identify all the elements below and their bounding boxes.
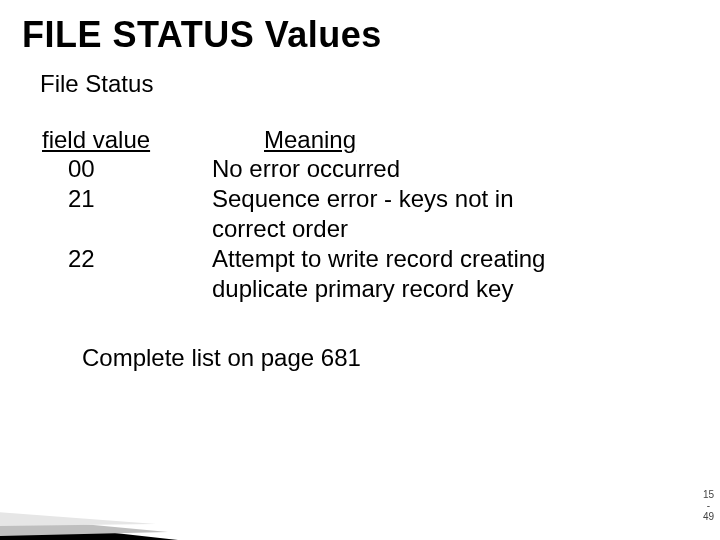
code-blank bbox=[40, 214, 212, 244]
meaning-21: Sequence error - keys not in correct ord… bbox=[212, 184, 572, 244]
column-field-value: field value 00 21 22 bbox=[40, 126, 212, 304]
pagenum-bot: 49 bbox=[703, 511, 714, 522]
column-meaning: Meaning No error occurred Sequence error… bbox=[212, 126, 572, 304]
svg-marker-1 bbox=[0, 516, 168, 536]
slide-title: FILE STATUS Values bbox=[0, 0, 720, 56]
status-table: field value 00 21 22 Meaning No error oc… bbox=[0, 126, 720, 304]
header-field-value: field value bbox=[40, 126, 212, 154]
subtitle: File Status bbox=[0, 56, 720, 98]
header-meaning: Meaning bbox=[212, 126, 572, 154]
meaning-00: No error occurred bbox=[212, 154, 572, 184]
svg-marker-2 bbox=[0, 512, 156, 526]
footnote: Complete list on page 681 bbox=[0, 344, 720, 372]
decorative-wedge-icon bbox=[0, 482, 178, 540]
code-22: 22 bbox=[40, 244, 212, 274]
pagenum-mid: - bbox=[703, 500, 714, 511]
page-number: 15 - 49 bbox=[703, 489, 714, 522]
pagenum-top: 15 bbox=[703, 489, 714, 500]
meaning-22: Attempt to write record creating duplica… bbox=[212, 244, 572, 304]
code-00: 00 bbox=[40, 154, 212, 184]
code-21: 21 bbox=[40, 184, 212, 214]
svg-marker-0 bbox=[0, 520, 178, 540]
